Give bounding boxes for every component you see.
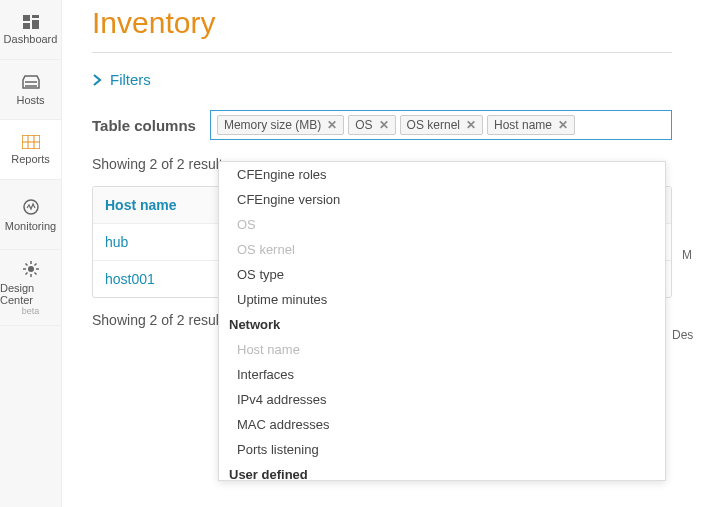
dropdown-item[interactable]: MAC addresses — [219, 412, 665, 437]
reports-icon — [22, 135, 40, 149]
sidebar-item-label: Hosts — [16, 94, 44, 106]
sidebar-item-dashboard[interactable]: Dashboard — [0, 0, 61, 60]
dropdown-group: Network — [219, 312, 665, 337]
tag-label: Host name — [494, 118, 552, 132]
remove-tag-icon[interactable]: ✕ — [466, 118, 476, 132]
sidebar-item-monitoring[interactable]: Monitoring — [0, 180, 61, 250]
table-header-partial: Des — [672, 328, 702, 342]
dropdown-item[interactable]: CFEngine roles — [219, 162, 665, 187]
svg-point-5 — [28, 266, 34, 272]
dropdown-group: User defined — [219, 462, 665, 481]
table-columns-row: Table columns Memory size (MB)✕OS✕OS ker… — [92, 110, 672, 140]
dropdown-item[interactable]: IPv4 addresses — [219, 387, 665, 412]
cell-hostname: host001 — [105, 271, 155, 287]
sidebar-item-label: Monitoring — [5, 220, 56, 232]
dropdown-item: OS kernel — [219, 237, 665, 262]
filters-label: Filters — [110, 71, 151, 88]
sidebar-item-label: Design Center — [0, 282, 61, 306]
table-header-partial: M — [672, 248, 702, 262]
remove-tag-icon[interactable]: ✕ — [558, 118, 568, 132]
filters-toggle[interactable]: Filters — [92, 71, 672, 88]
sidebar-item-sublabel: beta — [22, 306, 40, 316]
divider — [92, 52, 672, 53]
tag-label: Memory size (MB) — [224, 118, 321, 132]
table-columns-label: Table columns — [92, 117, 196, 134]
cell-hostname: hub — [105, 234, 128, 250]
remove-tag-icon[interactable]: ✕ — [379, 118, 389, 132]
dropdown-item[interactable]: Uptime minutes — [219, 287, 665, 312]
hosts-icon — [22, 74, 40, 90]
sidebar-item-label: Dashboard — [4, 33, 58, 45]
dropdown-item[interactable]: CFEngine version — [219, 187, 665, 212]
dashboard-icon — [22, 15, 40, 29]
sidebar-item-label: Reports — [11, 153, 50, 165]
monitoring-icon — [22, 198, 40, 216]
column-tag: OS kernel✕ — [400, 115, 483, 135]
chevron-right-icon — [92, 73, 102, 87]
design-icon — [22, 260, 40, 278]
dropdown-item[interactable]: OS type — [219, 262, 665, 287]
tag-label: OS — [355, 118, 372, 132]
page-title: Inventory — [92, 6, 672, 40]
dropdown-item: OS — [219, 212, 665, 237]
sidebar-item-reports[interactable]: Reports — [0, 120, 61, 180]
dropdown-item: Host name — [219, 337, 665, 362]
dropdown-item[interactable]: Interfaces — [219, 362, 665, 387]
dropdown-item[interactable]: Ports listening — [219, 437, 665, 462]
column-tag: Host name✕ — [487, 115, 575, 135]
column-tag: Memory size (MB)✕ — [217, 115, 344, 135]
svg-point-4 — [24, 200, 38, 214]
tag-label: OS kernel — [407, 118, 460, 132]
column-select-input[interactable]: Memory size (MB)✕OS✕OS kernel✕Host name✕ — [210, 110, 672, 140]
sidebar: Dashboard Hosts Reports Monitoring Desig… — [0, 0, 62, 507]
sidebar-item-design-center[interactable]: Design Center beta — [0, 250, 61, 326]
column-tag: OS✕ — [348, 115, 395, 135]
sidebar-item-hosts[interactable]: Hosts — [0, 60, 61, 120]
remove-tag-icon[interactable]: ✕ — [327, 118, 337, 132]
column-dropdown[interactable]: CFEngine rolesCFEngine versionOSOS kerne… — [218, 161, 666, 481]
